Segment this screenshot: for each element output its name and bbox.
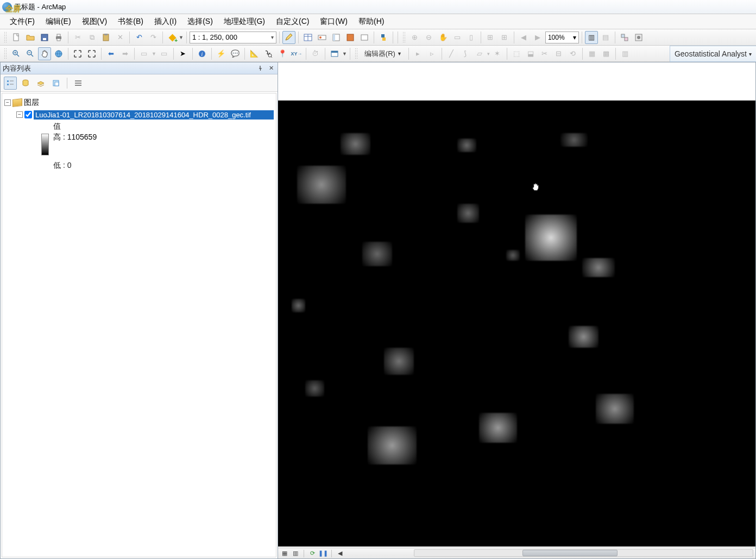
menu-customize[interactable]: 自定义(C) — [270, 15, 314, 29]
attributes-button[interactable]: ▦ — [585, 47, 598, 60]
toolbar-grip-4[interactable] — [355, 48, 358, 60]
collapse-icon[interactable]: − — [4, 99, 11, 106]
new-doc-button[interactable] — [10, 31, 23, 44]
add-data-caret[interactable]: ▼ — [179, 35, 184, 40]
time-slider-button[interactable] — [316, 31, 329, 44]
collapse-icon[interactable]: − — [16, 111, 23, 118]
menu-select[interactable]: 选择(S) — [182, 15, 218, 29]
clear-selection-button[interactable]: ▭ — [158, 47, 171, 60]
arc-segment-button[interactable]: ⟆ — [459, 47, 472, 60]
list-by-drawing-order-button[interactable] — [4, 77, 17, 90]
zoom-out-button[interactable] — [24, 47, 37, 60]
hyperlink-button[interactable]: ⚡ — [215, 47, 228, 60]
toc-close-button[interactable]: ✕ — [267, 64, 275, 73]
list-by-source-button[interactable] — [19, 77, 32, 90]
scroll-left-button[interactable]: ◀ — [336, 549, 344, 558]
layout-zoom-out-button[interactable]: ⊖ — [423, 31, 436, 44]
layer-row[interactable]: − LuoJia1-01_LR201810307614_201810291416… — [4, 109, 274, 121]
layout-prev-extent-button[interactable]: ⊞ — [484, 31, 497, 44]
pause-drawing-button[interactable]: ❚❚ — [319, 549, 327, 558]
toc-pin-button[interactable] — [256, 64, 264, 73]
sketch-props-button[interactable]: ▩ — [600, 47, 613, 60]
layer-name-label[interactable]: LuoJia1-01_LR201810307614_20181029141604… — [34, 110, 274, 120]
delete-button[interactable]: ✕ — [114, 31, 127, 44]
focus-data-frame-button[interactable]: ▤ — [599, 31, 612, 44]
list-by-visibility-button[interactable] — [34, 77, 47, 90]
find-route-button[interactable]: 📍 — [276, 47, 289, 60]
geostatistical-analyst-tab[interactable]: Geostatistical Analyst ▾ — [670, 46, 756, 62]
create-viewer-button[interactable] — [328, 47, 341, 60]
menu-help[interactable]: 帮助(H) — [353, 15, 389, 29]
layout-view-button[interactable]: ▥ — [291, 549, 300, 558]
menu-edit[interactable]: 编辑(E) — [40, 15, 77, 29]
layout-pan-button[interactable]: ✋ — [437, 31, 450, 44]
editor-menu[interactable]: 编辑器(R) ▼ — [361, 48, 406, 60]
pan-button[interactable] — [38, 47, 51, 60]
menu-view[interactable]: 视图(V) — [77, 15, 113, 29]
go-to-xy-button[interactable]: XY→ — [290, 47, 303, 60]
split-button[interactable]: ⊟ — [552, 47, 565, 60]
menu-bookmarks[interactable]: 书签(B) — [112, 15, 149, 29]
create-features-button[interactable]: ▥ — [619, 47, 632, 60]
print-button[interactable] — [52, 31, 65, 44]
layer-visibility-checkbox[interactable] — [24, 111, 32, 118]
trace-button[interactable]: ▱ — [473, 47, 486, 60]
find-button[interactable] — [262, 47, 275, 60]
toolbar-grip[interactable] — [4, 32, 7, 43]
data-driven-back-button[interactable]: ◀ — [517, 31, 530, 44]
fixed-zoom-in-button[interactable] — [71, 47, 84, 60]
identify-button[interactable]: i — [196, 47, 209, 60]
fwd-extent-button[interactable]: ➡ — [118, 47, 131, 60]
table-window-button[interactable] — [301, 31, 314, 44]
layout-next-extent-button[interactable]: ⊞ — [498, 31, 511, 44]
python-window-button[interactable] — [377, 31, 390, 44]
catalog-window-button[interactable] — [330, 31, 343, 44]
data-driven-props-button[interactable] — [632, 31, 645, 44]
list-by-selection-button[interactable] — [49, 77, 62, 90]
full-extent-button[interactable] — [52, 47, 65, 60]
scroll-thumb[interactable] — [522, 550, 617, 556]
edit-tool-button[interactable]: ▸ — [412, 47, 425, 60]
data-driven-fwd-button[interactable]: ▶ — [531, 31, 544, 44]
create-viewer-caret[interactable]: ▼ — [342, 51, 347, 56]
edit-vertices-button[interactable]: ⬚ — [510, 47, 523, 60]
zoom-in-button[interactable] — [10, 47, 23, 60]
editor-toolbar-button[interactable] — [282, 31, 295, 44]
edit-annotation-button[interactable]: ▹ — [426, 47, 439, 60]
menu-window[interactable]: 窗口(W) — [314, 15, 353, 29]
layout-zoom-combo[interactable]: 100% ▾ — [545, 32, 579, 43]
fixed-zoom-out-button[interactable] — [85, 47, 98, 60]
horizontal-scrollbar[interactable] — [414, 549, 753, 557]
menu-geoprocessing[interactable]: 地理处理(G) — [218, 15, 270, 29]
copy-button[interactable]: ⧉ — [85, 31, 98, 44]
search-window-button[interactable] — [344, 31, 357, 44]
toc-tree[interactable]: − 图层 − LuoJia1-01_LR201810307614_2018102… — [2, 93, 276, 557]
refresh-button[interactable]: ⟳ — [308, 549, 317, 558]
straight-segment-button[interactable]: ╱ — [445, 47, 458, 60]
toolbar-grip-2[interactable] — [402, 32, 406, 43]
select-elements-button[interactable]: ➤ — [177, 47, 190, 60]
time-slider2-button[interactable]: ⏱ — [309, 47, 322, 60]
select-features-caret[interactable]: ▼ — [152, 51, 156, 56]
paste-button[interactable] — [99, 31, 112, 44]
map-view[interactable]: ▦ ▥ ⟳ ❚❚ ◀ — [278, 62, 756, 559]
toolbar-grip-3[interactable] — [4, 48, 7, 60]
add-data-button[interactable]: ◆ + — [166, 31, 179, 44]
map-canvas[interactable] — [278, 101, 755, 547]
toc-options-button[interactable] — [72, 77, 85, 90]
open-button[interactable] — [24, 31, 37, 44]
map-scale-combo[interactable]: 1 : 1, 250, 000 ▾ — [190, 32, 276, 43]
undo-button[interactable]: ↶ — [133, 31, 146, 44]
point-button[interactable]: ✶ — [491, 47, 504, 60]
save-button[interactable] — [38, 31, 51, 44]
tree-root-row[interactable]: − 图层 — [4, 97, 274, 109]
select-features-button[interactable]: ▭ — [137, 47, 150, 60]
data-view-button[interactable]: ▦ — [280, 549, 289, 558]
arc-toolbox-button[interactable] — [358, 31, 371, 44]
toggle-draft-button[interactable]: ▥ — [585, 31, 598, 44]
back-extent-button[interactable]: ⬅ — [104, 47, 117, 60]
redo-button[interactable]: ↷ — [147, 31, 160, 44]
layout-zoom-in-button[interactable]: ⊕ — [408, 31, 421, 44]
measure-button[interactable]: 📐 — [248, 47, 261, 60]
cut-button[interactable]: ✂ — [71, 31, 84, 44]
